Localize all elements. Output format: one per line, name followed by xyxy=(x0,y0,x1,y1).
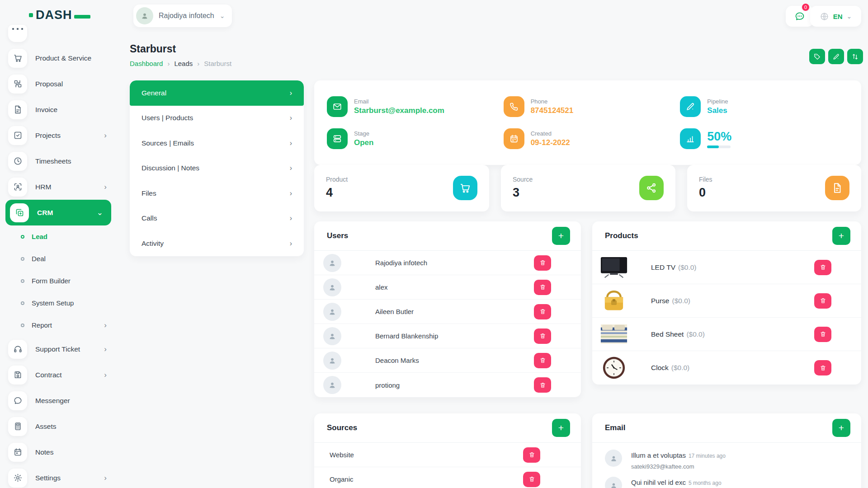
user-row: Aileen Butler xyxy=(314,300,581,324)
sidebar-item[interactable]: Settings › xyxy=(0,465,118,488)
sidebar-item-label: HRM xyxy=(35,183,51,191)
convert-button[interactable] xyxy=(847,49,863,64)
sidebar-item[interactable]: Proposal xyxy=(0,71,118,97)
section-nav-item[interactable]: General › xyxy=(130,80,304,106)
delete-product-button[interactable] xyxy=(814,293,831,309)
sidebar-item-label: Notes xyxy=(35,448,54,456)
stat-card: Product 4 xyxy=(314,165,489,211)
sidebar-item[interactable]: System Setup xyxy=(0,292,118,314)
summary-cell-icon xyxy=(680,96,701,117)
chevron-right-icon: › xyxy=(290,239,292,248)
sidebar-item-label: Invoice xyxy=(35,106,57,114)
add-source-button[interactable]: + xyxy=(552,419,570,437)
chevron-icon: › xyxy=(104,321,107,330)
chevron-right-icon: › xyxy=(290,189,292,197)
sidebar-item-label: CRM xyxy=(37,209,53,217)
add-user-button[interactable]: + xyxy=(552,227,570,245)
email-avatar xyxy=(605,477,622,488)
sidebar-item-icon xyxy=(8,75,27,94)
logo-dot-accent xyxy=(29,13,33,17)
delete-source-button[interactable] xyxy=(523,447,540,463)
edit-button[interactable] xyxy=(828,49,844,64)
logo-dash-accent xyxy=(74,15,90,19)
sidebar-item-icon xyxy=(8,340,27,359)
products-list: LED TV ($0.0) Purse ($0.0) Bed Sheet ($0… xyxy=(592,251,861,385)
sidebar-item[interactable]: Lead xyxy=(0,225,118,248)
sidebar-item[interactable]: Deal xyxy=(0,248,118,270)
delete-user-button[interactable] xyxy=(534,280,551,295)
delete-product-button[interactable] xyxy=(814,360,831,375)
page-actions xyxy=(809,49,863,64)
sidebar-item-icon xyxy=(8,469,27,488)
section-nav-item[interactable]: Calls › xyxy=(130,206,304,231)
product-row: Purse ($0.0) xyxy=(592,284,861,318)
delete-product-button[interactable] xyxy=(814,260,831,275)
sidebar-item[interactable]: Form Builder xyxy=(0,270,118,292)
delete-product-button[interactable] xyxy=(814,327,831,342)
delete-user-button[interactable] xyxy=(534,353,551,368)
chevron-icon: › xyxy=(104,183,107,192)
sidebar-item-label: Proposal xyxy=(35,80,63,88)
delete-source-button[interactable] xyxy=(523,472,540,487)
sidebar-item-label: System Setup xyxy=(32,299,74,307)
delete-user-button[interactable] xyxy=(534,304,551,319)
trash-icon xyxy=(539,382,546,389)
trash-icon xyxy=(539,259,546,266)
section-nav-item[interactable]: Discussion | Notes › xyxy=(130,156,304,181)
section-nav-item[interactable]: Users | Products › xyxy=(130,106,304,131)
sidebar-item[interactable]: Support Ticket › xyxy=(0,336,118,362)
summary-label: Phone xyxy=(531,98,574,105)
company-selector[interactable]: Rajodiya infotech ⌄ xyxy=(133,5,232,27)
sidebar-item[interactable]: Product & Service xyxy=(0,45,118,71)
delete-user-button[interactable] xyxy=(534,255,551,271)
language-selector[interactable]: EN ⌄ xyxy=(810,6,861,27)
section-nav-label: General xyxy=(142,89,166,97)
stat-icon xyxy=(825,176,849,200)
person-icon xyxy=(609,454,618,463)
breadcrumb-dashboard[interactable]: Dashboard xyxy=(130,60,163,67)
sidebar-item[interactable]: Contract › xyxy=(0,362,118,388)
section-nav-item[interactable]: Sources | Emails › xyxy=(130,131,304,156)
breadcrumb-leads[interactable]: Leads xyxy=(174,60,193,67)
user-name: alex xyxy=(375,283,388,291)
trash-icon xyxy=(539,284,546,291)
summary-cell: Stage Open xyxy=(327,123,504,155)
summary-value: 09-12-2022 xyxy=(531,138,570,147)
messages-button[interactable]: 0 xyxy=(786,6,814,27)
trash-icon xyxy=(528,476,535,483)
add-email-button[interactable]: + xyxy=(832,419,850,437)
source-name: Website xyxy=(330,451,354,459)
summary-cell: Email Starburst@example.com xyxy=(327,91,504,123)
delete-user-button[interactable] xyxy=(534,377,551,393)
swap-icon xyxy=(851,53,859,61)
delete-user-button[interactable] xyxy=(534,328,551,344)
sidebar-item-label: Assets xyxy=(35,422,57,431)
summary-label: Email xyxy=(354,98,444,105)
stat-card: Source 3 xyxy=(501,165,675,211)
sidebar-item[interactable]: Projects › xyxy=(0,122,118,148)
add-product-button[interactable]: + xyxy=(832,227,850,245)
person-icon xyxy=(328,356,337,365)
tag-icon xyxy=(813,53,821,61)
sidebar-item[interactable]: Notes xyxy=(0,439,118,465)
section-nav-item[interactable]: Activity › xyxy=(130,231,304,256)
product-price: ($0.0) xyxy=(671,364,690,372)
sidebar-item[interactable]: Assets xyxy=(0,413,118,439)
chevron-icon: ⌄ xyxy=(97,208,103,217)
sources-card: Sources + Website Organic xyxy=(314,413,581,488)
sidebar-item[interactable]: Invoice xyxy=(0,97,118,122)
chevron-down-icon: ⌄ xyxy=(220,12,225,19)
sidebar-item[interactable]: Messenger xyxy=(0,388,118,413)
product-name: Clock xyxy=(651,364,669,372)
sidebar-item[interactable]: Timesheets xyxy=(0,148,118,174)
user-row: Rajodiya infotech xyxy=(314,251,581,275)
user-name: Deacon Marks xyxy=(375,357,419,364)
sidebar-item[interactable]: Report › xyxy=(0,314,118,336)
summary-value: Sales xyxy=(707,106,728,115)
sidebar-item[interactable]: CRM ⌄ xyxy=(5,200,111,225)
company-avatar xyxy=(136,7,153,24)
product-price: ($0.0) xyxy=(672,297,691,305)
section-nav-item[interactable]: Files › xyxy=(130,181,304,206)
sidebar-item[interactable]: HRM › xyxy=(0,174,118,200)
labels-button[interactable] xyxy=(809,49,825,64)
